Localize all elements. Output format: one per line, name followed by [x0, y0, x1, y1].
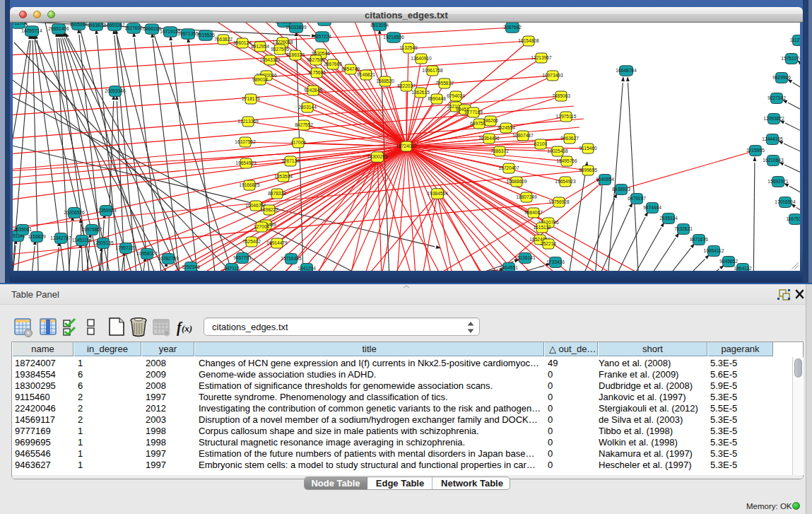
svg-text:9884067: 9884067 — [524, 210, 543, 215]
svg-text:16648784: 16648784 — [616, 68, 637, 73]
svg-text:19654923: 19654923 — [235, 160, 257, 165]
svg-text:16033809: 16033809 — [286, 25, 307, 30]
svg-text:15136141: 15136141 — [514, 255, 536, 260]
svg-text:3267130: 3267130 — [281, 158, 300, 163]
svg-text:19218506: 19218506 — [383, 35, 404, 40]
svg-text:10025438: 10025438 — [547, 148, 568, 153]
svg-text:9227342: 9227342 — [767, 95, 786, 100]
svg-text:9146821: 9146821 — [357, 72, 375, 77]
svg-text:1841204: 1841204 — [298, 266, 316, 271]
svg-text:16914479: 16914479 — [266, 240, 288, 245]
svg-text:16543382: 16543382 — [259, 57, 281, 62]
svg-text:15720407: 15720407 — [498, 165, 519, 170]
svg-text:8322037: 8322037 — [397, 83, 416, 88]
svg-text:7663822: 7663822 — [214, 37, 233, 42]
svg-text:1588520: 1588520 — [376, 78, 394, 83]
svg-text:18495756: 18495756 — [556, 158, 577, 163]
svg-text:11451194: 11451194 — [72, 238, 93, 243]
svg-text:(x): (x) — [182, 323, 192, 334]
svg-text:16210643: 16210643 — [763, 158, 784, 163]
svg-text:20364436: 20364436 — [478, 136, 500, 141]
svg-text:18300295: 18300295 — [367, 154, 388, 159]
svg-text:19654923: 19654923 — [555, 179, 576, 184]
svg-text:1905394: 1905394 — [69, 23, 88, 27]
svg-text:2718176: 2718176 — [242, 96, 260, 101]
svg-text:9777169: 9777169 — [464, 110, 483, 115]
svg-text:989014: 989014 — [252, 77, 268, 82]
svg-text:1527602: 1527602 — [124, 25, 143, 30]
svg-text:10807487: 10807487 — [512, 133, 534, 138]
svg-text:10654112: 10654112 — [704, 248, 724, 253]
svg-text:9457791: 9457791 — [233, 255, 252, 260]
svg-text:16154808: 16154808 — [518, 38, 539, 43]
svg-text:8813054: 8813054 — [370, 23, 389, 28]
svg-text:15692971: 15692971 — [767, 179, 789, 184]
svg-text:10958107: 10958107 — [136, 251, 158, 256]
svg-text:3175685: 3175685 — [307, 70, 326, 75]
svg-text:16107552: 16107552 — [235, 139, 256, 144]
svg-text:17359924: 17359924 — [95, 208, 117, 213]
svg-text:1362615: 1362615 — [411, 90, 430, 95]
svg-text:3624554: 3624554 — [497, 125, 515, 130]
svg-text:17016504: 17016504 — [775, 199, 796, 204]
svg-text:29975867: 29975867 — [81, 227, 102, 232]
svg-text:19756928: 19756928 — [548, 199, 570, 204]
svg-text:20691406: 20691406 — [48, 26, 69, 31]
svg-text:62100: 62100 — [534, 141, 548, 146]
svg-text:8427552: 8427552 — [295, 122, 313, 127]
svg-text:1498222: 1498222 — [260, 207, 278, 212]
svg-text:9327505: 9327505 — [271, 47, 289, 52]
svg-text:20206576: 20206576 — [64, 210, 85, 215]
svg-text:9899695: 9899695 — [579, 168, 597, 173]
svg-text:9329966: 9329966 — [772, 75, 791, 80]
svg-text:1112744: 1112744 — [790, 37, 800, 42]
svg-text:8912954: 8912954 — [251, 44, 269, 49]
svg-text:12342737: 12342737 — [50, 235, 71, 240]
svg-text:8990448: 8990448 — [428, 96, 446, 101]
svg-text:1156829: 1156829 — [28, 234, 46, 239]
svg-text:1132549: 1132549 — [399, 45, 418, 50]
svg-text:10688609: 10688609 — [506, 179, 527, 184]
svg-text:7632621: 7632621 — [674, 226, 693, 231]
svg-text:9242848: 9242848 — [304, 88, 322, 93]
svg-text:7625402: 7625402 — [242, 239, 261, 244]
svg-text:252214: 252214 — [541, 241, 556, 246]
svg-text:9463627: 9463627 — [560, 136, 579, 141]
svg-text:1663822: 1663822 — [87, 23, 105, 28]
svg-text:18807249: 18807249 — [516, 194, 537, 199]
svg-text:14055714: 14055714 — [21, 28, 42, 33]
svg-text:2087682: 2087682 — [503, 25, 522, 30]
svg-text:15751074: 15751074 — [781, 56, 800, 61]
svg-text:8186323: 8186323 — [286, 52, 305, 57]
svg-text:3215955: 3215955 — [746, 148, 765, 153]
svg-text:746266: 746266 — [483, 118, 498, 123]
svg-text:9474444: 9474444 — [643, 205, 661, 210]
svg-text:1615112: 1615112 — [533, 225, 551, 230]
svg-text:6466160: 6466160 — [143, 26, 161, 31]
svg-text:15716485: 15716485 — [281, 256, 302, 261]
svg-text:1464112: 1464112 — [734, 266, 752, 271]
svg-text:947113: 947113 — [224, 266, 240, 271]
svg-text:8454749: 8454749 — [341, 66, 360, 71]
svg-text:19384554: 19384554 — [427, 191, 448, 196]
svg-text:10653267: 10653267 — [104, 23, 125, 28]
svg-text:6794024: 6794024 — [447, 93, 465, 98]
svg-text:16782759: 16782759 — [158, 256, 179, 261]
svg-text:2867608: 2867608 — [324, 62, 342, 66]
svg-text:4535061: 4535061 — [13, 227, 32, 232]
svg-text:2803144: 2803144 — [298, 105, 317, 110]
svg-text:1640954: 1640954 — [596, 177, 614, 182]
svg-text:9245652: 9245652 — [719, 259, 738, 264]
svg-text:10973493: 10973493 — [542, 73, 563, 78]
svg-text:7485063: 7485063 — [552, 93, 570, 98]
svg-text:6479197: 6479197 — [628, 196, 646, 201]
svg-text:7857224: 7857224 — [313, 34, 331, 39]
svg-text:417004: 417004 — [290, 140, 306, 145]
svg-text:7955812: 7955812 — [435, 81, 454, 86]
svg-text:20053346: 20053346 — [105, 88, 126, 93]
svg-text:127004: 127004 — [254, 224, 269, 229]
svg-text:1167534: 1167534 — [786, 216, 800, 221]
svg-text:9527508: 9527508 — [307, 57, 325, 62]
svg-text:10671355: 10671355 — [177, 31, 199, 36]
svg-text:8960124: 8960124 — [233, 40, 252, 45]
